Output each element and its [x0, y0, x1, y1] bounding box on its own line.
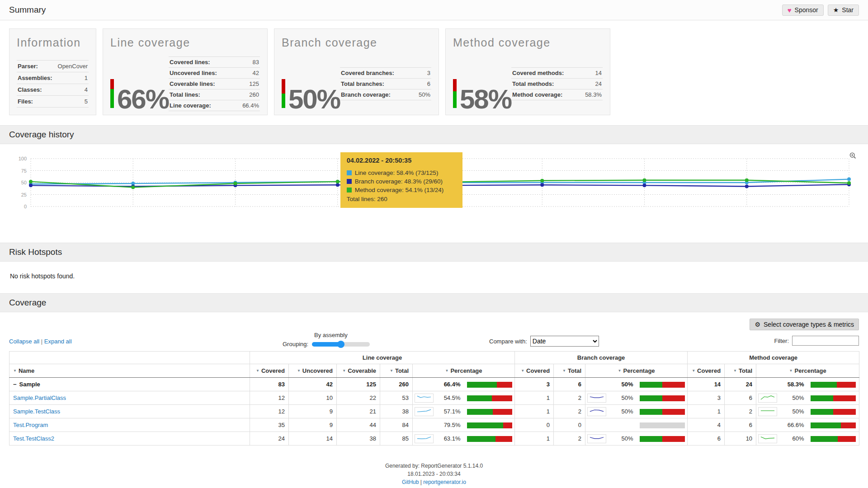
card-method-coverage: Method coverage 58% Covered methods: 14 …: [445, 28, 610, 115]
stat-row: Line coverage: 66.4%: [169, 100, 260, 111]
expand-all-link[interactable]: Expand all: [44, 338, 72, 345]
branch-total: 6: [554, 378, 585, 391]
method-total: 6: [725, 418, 756, 432]
stat-value: 14: [595, 70, 602, 76]
line-covered: 83: [250, 378, 289, 391]
coverage-bar: [811, 409, 856, 415]
col-header-line-covered[interactable]: ▼Covered: [250, 364, 289, 378]
group-header-line-coverage: Line coverage: [250, 352, 515, 364]
col-header-name[interactable]: ▼Name: [9, 364, 250, 378]
card-stats: Covered branches: 3 Total branches: 6 Br…: [340, 67, 431, 100]
svg-text:100: 100: [19, 156, 27, 161]
top-bar: Summary ♥ Sponsor ★ Star: [0, 0, 868, 20]
coverage-bar: [640, 395, 685, 401]
chart-tooltip: 04.02.2022 - 20:50:35 Line coverage: 58.…: [340, 152, 462, 208]
history-sparkline: [587, 407, 606, 416]
collapse-icon[interactable]: −: [13, 381, 17, 388]
history-sparkline: [415, 394, 434, 403]
stat-label: Coverable lines:: [170, 80, 215, 87]
col-header-line-percentage[interactable]: ▼Percentage: [413, 364, 515, 378]
select-coverage-types-button[interactable]: ⚙ Select coverage types & metrics: [750, 319, 859, 330]
coverage-bar: [811, 382, 856, 388]
method-percentage: 50%: [779, 405, 808, 418]
table-group-header-row: Line coverage Branch coverage Method cov…: [9, 352, 859, 364]
col-header-branch-covered[interactable]: ▼Covered: [515, 364, 554, 378]
stat-row: Covered branches: 3: [340, 68, 431, 79]
grouping-slider[interactable]: [312, 342, 370, 347]
card-stats: Covered methods: 14 Total methods: 24 Me…: [511, 67, 603, 100]
table-row: Sample.TestClass 1292138 57.1% 12 50% 12…: [9, 405, 859, 418]
col-header-method-covered[interactable]: ▼Covered: [688, 364, 725, 378]
col-header-branch-percentage[interactable]: ▼Percentage: [585, 364, 688, 378]
line-coverable: 44: [337, 418, 380, 432]
compare-with-select[interactable]: Date: [530, 336, 599, 347]
line-uncovered: 9: [289, 405, 337, 418]
grouping-slider-thumb[interactable]: [337, 341, 344, 348]
info-label: Parser:: [18, 63, 38, 70]
branch-percentage: [608, 418, 637, 432]
series-swatch-icon: [347, 179, 352, 184]
svg-text:25: 25: [21, 192, 27, 197]
class-link[interactable]: Sample.PartialClass: [13, 394, 66, 401]
class-row-name: Sample.TestClass: [9, 405, 250, 418]
information-rows: Parser: OpenCover Assemblies: 1 Classes:…: [17, 60, 89, 108]
collapse-all-link[interactable]: Collapse all: [9, 338, 39, 345]
branch-sparkline-cell: [585, 418, 608, 432]
sort-arrow-icon: ▼: [342, 369, 346, 373]
table-row: −Sample 8342125260 66.4% 36 50% 1424 58.…: [9, 378, 859, 391]
class-link[interactable]: Sample.TestClass: [13, 408, 60, 415]
branch-bar-cell: [637, 418, 688, 432]
branch-percentage: 50%: [608, 391, 637, 405]
branch-total: 2: [554, 391, 585, 405]
stat-value: 66.4%: [242, 102, 259, 109]
method-covered: 3: [688, 391, 725, 405]
tooltip-series-row: Line coverage: 58.4% (73/125): [347, 169, 456, 176]
stat-label: Total lines:: [170, 91, 200, 98]
info-label: Classes:: [18, 86, 42, 93]
branch-total: 2: [554, 432, 585, 446]
method-total: 6: [725, 391, 756, 405]
line-uncovered: 9: [289, 418, 337, 432]
method-percentage: 50%: [779, 391, 808, 405]
sponsor-button[interactable]: ♥ Sponsor: [782, 5, 824, 16]
col-header-line-uncovered[interactable]: ▼Uncovered: [289, 364, 337, 378]
line-uncovered: 10: [289, 391, 337, 405]
col-header-method-total[interactable]: ▼Total: [725, 364, 756, 378]
col-header-method-percentage[interactable]: ▼Percentage: [756, 364, 859, 378]
branch-total: 2: [554, 405, 585, 418]
info-label: Assemblies:: [18, 75, 52, 81]
coverage-level-bar: [453, 79, 457, 108]
star-button[interactable]: ★ Star: [828, 5, 859, 16]
sort-arrow-icon: ▼: [256, 369, 259, 373]
branch-covered: 1: [515, 405, 554, 418]
col-header-line-total[interactable]: ▼Total: [380, 364, 413, 378]
info-value: 5: [85, 98, 88, 105]
coverage-level-bar: [282, 79, 285, 108]
line-percentage: 66.4%: [435, 378, 464, 391]
github-link[interactable]: GitHub: [402, 479, 419, 485]
class-link[interactable]: Test.Program: [13, 422, 48, 428]
info-label: Files:: [18, 98, 33, 105]
line-percentage: 79.5%: [435, 418, 464, 432]
method-sparkline-cell: [756, 378, 779, 391]
stat-row: Uncovered lines: 42: [169, 68, 260, 79]
stat-label: Line coverage:: [170, 102, 211, 109]
filter-input[interactable]: [792, 336, 859, 346]
line-covered: 12: [250, 391, 289, 405]
coverage-controls: ⚙ Select coverage types & metrics Collap…: [9, 319, 859, 348]
line-uncovered: 14: [289, 432, 337, 446]
sort-arrow-icon: ▼: [390, 369, 393, 373]
class-link[interactable]: Test.TestClass2: [13, 435, 54, 442]
method-bar-cell: [808, 378, 859, 391]
risk-hotspots-message: No risk hotspots found.: [0, 262, 868, 293]
stat-row: Method coverage: 58.3%: [511, 89, 603, 100]
branch-bar-cell: [637, 405, 688, 418]
line-bar-cell: [464, 391, 515, 405]
col-header-branch-total[interactable]: ▼Total: [554, 364, 585, 378]
zoom-icon[interactable]: [849, 152, 856, 161]
class-row-name: Test.TestClass2: [9, 432, 250, 446]
line-coverable: 21: [337, 405, 380, 418]
col-header-line-coverable[interactable]: ▼Coverable: [337, 364, 380, 378]
sponsor-label: Sponsor: [795, 6, 818, 14]
reportgenerator-link[interactable]: reportgenerator.io: [423, 479, 466, 485]
